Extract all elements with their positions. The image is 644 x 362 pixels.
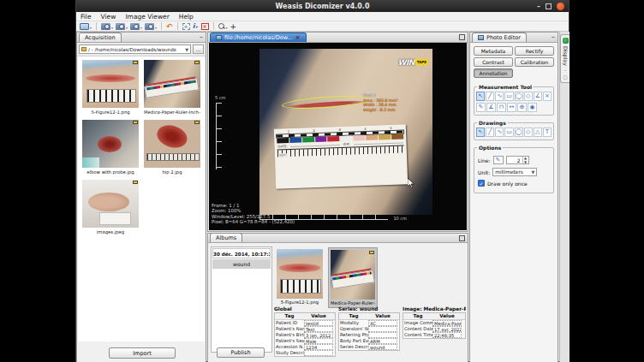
info-add-icon[interactable]: i₊ xyxy=(193,23,199,30)
undo-icon[interactable]: ↶ xyxy=(166,23,173,30)
thumbnail-item[interactable]: images.jpeg xyxy=(82,180,139,234)
cobb-angle-tool-icon[interactable]: ⊓ xyxy=(497,103,506,112)
camera-settings-icon[interactable]: ▾ xyxy=(145,23,157,30)
tab-close-icon[interactable]: × xyxy=(295,34,301,41)
table-row: Body Part Ex...ARM xyxy=(339,338,399,344)
publish-button[interactable]: Publish xyxy=(217,347,265,358)
table-row: Patient's NameTest xyxy=(275,326,335,332)
thumbnail-item[interactable]: elbow with probe.jpg xyxy=(82,120,139,175)
selection-tool-icon[interactable]: ↖ xyxy=(476,92,485,101)
album-list: 30 déc. 2014, 10:17:36 wound xyxy=(211,246,272,353)
pan-icon[interactable]: + xyxy=(230,23,237,30)
draw-select-tool-icon[interactable]: ↖ xyxy=(476,128,485,137)
crop-add-icon[interactable]: + xyxy=(182,23,190,30)
maximize-window-icon[interactable] xyxy=(546,3,552,9)
dock-tab-display[interactable]: Display – □ xyxy=(560,34,569,83)
album-thumbnail[interactable]: 5-Figure12-1.png xyxy=(275,247,325,306)
calibration-button[interactable]: Calibration xyxy=(515,57,554,67)
rectify-button[interactable]: Rectify xyxy=(515,46,554,56)
menu-view[interactable]: View xyxy=(101,13,116,21)
display-plugin-icon xyxy=(563,38,569,44)
table-row: Content Date17 avr. 2022 xyxy=(403,326,465,332)
thumbnail-item[interactable]: 5-Figure12-1.png xyxy=(82,60,139,115)
viewer-canvas[interactable]: WIN TAPE Oval 1 Area : 363.6 mm² Width :… xyxy=(209,43,467,230)
window-title: Weasis Dicomizer v4.0.0 xyxy=(276,3,370,10)
zoom-icon[interactable]: ▾ xyxy=(218,23,228,30)
polygon-tool-icon[interactable]: ◇ xyxy=(524,92,533,101)
draw-rectangle-tool-icon[interactable]: ▭ xyxy=(504,128,513,137)
draw-text-tool-icon[interactable]: T xyxy=(543,128,552,137)
camera-acquire-icon[interactable]: ▾ xyxy=(101,23,113,30)
tab-acquisition[interactable]: Acquisition xyxy=(79,33,122,42)
album-wound-item[interactable]: wound xyxy=(212,259,271,269)
menu-file[interactable]: File xyxy=(80,13,92,21)
line-color-button[interactable]: ✎ xyxy=(493,156,504,164)
draw-once-label: Draw only once xyxy=(487,181,528,187)
tab-photo-editor[interactable]: Photo Editor xyxy=(472,33,527,42)
album-thumbnail-selected[interactable]: Medica-Paper-Ruler-I... xyxy=(328,247,378,308)
draw-polyline-tool-icon[interactable]: ∿ xyxy=(495,128,504,137)
import-button[interactable]: Import xyxy=(109,347,176,359)
dock-minimize-icon[interactable]: – xyxy=(564,68,567,73)
draw-line-tool-icon[interactable]: ╱ xyxy=(486,128,494,137)
camera-export-icon[interactable]: ▾ xyxy=(130,23,142,30)
menu-help[interactable]: Help xyxy=(179,13,194,21)
viewer-maximize-icon[interactable] xyxy=(459,34,465,40)
stepper-down-icon[interactable]: ▼ xyxy=(523,161,528,165)
draw-once-checkbox[interactable]: ✓ xyxy=(478,180,485,187)
vertical-ruler: 5 cm xyxy=(216,103,222,169)
draw-ellipse-tool-icon[interactable]: ◯ xyxy=(515,128,523,137)
arm-photo: WIN TAPE Oval 1 Area : 363.6 mm² Width :… xyxy=(259,49,432,215)
acquisition-minimize-icon[interactable]: – xyxy=(200,33,203,41)
line-width-stepper[interactable]: 2 ▲▼ xyxy=(506,156,529,164)
tab-albums[interactable]: Albums xyxy=(210,233,242,242)
metadata-button[interactable]: Metadata xyxy=(474,46,513,56)
draw-polygon-tool-icon[interactable]: ◇ xyxy=(524,128,533,137)
editor-minimize-icon[interactable]: – xyxy=(552,33,555,41)
tag-badge-icon xyxy=(194,61,200,64)
line-tool-icon[interactable]: ╱ xyxy=(486,92,494,101)
unit-combobox[interactable]: millimeters ▼ xyxy=(492,168,537,176)
acquisition-panel: Acquisition – / - /home/nicolas/Download… xyxy=(76,32,206,362)
title-bar: Weasis Dicomizer v4.0.0 – xyxy=(76,1,569,12)
rectangle-tool-icon[interactable]: ▭ xyxy=(504,92,513,101)
camera-search-icon[interactable]: ▾ xyxy=(116,23,128,30)
contrast-button[interactable]: Contrast xyxy=(474,57,513,67)
dock-float-icon[interactable]: □ xyxy=(564,75,568,80)
mouse-cursor xyxy=(408,178,414,188)
open-angle-tool-icon[interactable]: ∡ xyxy=(486,103,496,112)
options-group: Options Line: ✎ 2 ▲▼ Unit: millimeters ▼… xyxy=(474,147,554,193)
import-display-icon[interactable]: ▾ xyxy=(80,23,92,30)
folder-path-combobox[interactable]: / - /home/nicolas/Downloads/wounds ▼ xyxy=(79,45,191,54)
albums-panel: Albums 30 déc. 2014, 10:17:36 wound 5-Fi… xyxy=(207,233,468,362)
album-date-item[interactable]: 30 déc. 2014, 10:17:36 xyxy=(212,248,271,258)
polyline-tool-icon[interactable]: ∿ xyxy=(495,92,504,101)
distance-tool-icon[interactable]: ↔ xyxy=(507,103,516,112)
table-row: Accession N...1234 xyxy=(275,344,335,350)
center-tool-icon[interactable]: ⊕ xyxy=(517,103,527,112)
thumbnail-item[interactable]: hip 2.jpg xyxy=(144,120,200,175)
pencil-tool-icon[interactable]: ✎ xyxy=(476,103,486,112)
delete-selection-icon[interactable]: × xyxy=(201,23,209,30)
ellipse-tool-icon[interactable]: ◯ xyxy=(515,92,523,101)
browse-folder-button[interactable]: ... xyxy=(193,45,204,54)
image-viewer-panel: file:/home/nicolas/Dow... × WIN TAPE Ova… xyxy=(207,32,468,232)
measurement-tool-group: Measurement Tool ↖ ╱ ∿ ▭ ◯ ◇ ∠ × ✎ ∡ ⊓ ↔… xyxy=(474,86,554,116)
menu-image-viewer[interactable]: Image Viewer xyxy=(125,13,169,21)
tool-bar: ▾ ▾ ▾ ▾ ▾ ↶ + i₊ × ▾ + xyxy=(76,21,569,32)
albums-maximize-icon[interactable] xyxy=(459,235,465,241)
minimize-window-icon[interactable]: – xyxy=(537,3,540,10)
thumbnail-item[interactable]: Medica-Paper-Ruler-Inch-... xyxy=(144,60,200,115)
dock-strip: Display – □ xyxy=(559,32,569,362)
annotation-button[interactable]: Annotation xyxy=(474,68,513,78)
cross-tool-icon[interactable]: × xyxy=(543,92,552,101)
wintape-logo: WIN TAPE xyxy=(398,59,429,67)
angle-tool-icon[interactable]: ∠ xyxy=(534,92,542,101)
paper-ruler: 12345 DATE: ID#: inch xyxy=(274,125,408,189)
point-tool-icon[interactable]: ◉ xyxy=(528,103,537,112)
measurement-readout: Oval 1 Area : 363.6 mm² Width : 28.4 mm … xyxy=(363,93,397,112)
close-window-icon[interactable] xyxy=(557,3,564,10)
tab-viewer-file[interactable]: file:/home/nicolas/Dow... × xyxy=(210,33,307,42)
chevron-down-icon: ▼ xyxy=(185,47,188,52)
draw-triangle-tool-icon[interactable]: △ xyxy=(534,128,542,137)
